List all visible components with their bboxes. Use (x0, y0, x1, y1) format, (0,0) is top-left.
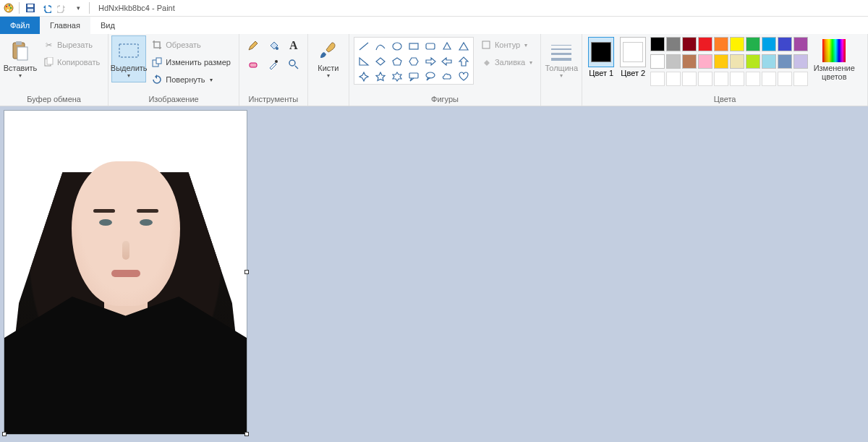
size-label: Толщина (545, 64, 578, 72)
resize-button[interactable]: Изменить размер (148, 54, 234, 70)
color-swatch[interactable] (778, 54, 792, 69)
color-swatch[interactable] (730, 37, 744, 51)
shape-callout-round[interactable] (422, 69, 438, 84)
color-swatch[interactable] (666, 54, 681, 69)
svg-point-2 (9, 4, 10, 6)
color-swatch[interactable] (714, 37, 728, 51)
color-swatch[interactable] (746, 37, 760, 51)
fill-tool[interactable] (264, 37, 283, 54)
shape-fill-button[interactable]: Заливка ▾ (477, 54, 536, 70)
color-swatch-empty[interactable] (762, 72, 776, 86)
shape-oval[interactable] (389, 39, 405, 54)
svg-point-0 (4, 4, 13, 12)
shape-polygon[interactable] (439, 39, 455, 54)
shape-callout-cloud[interactable] (439, 69, 455, 84)
color-swatch-empty[interactable] (746, 72, 760, 86)
shape-heart[interactable] (456, 69, 472, 84)
svg-point-20 (393, 43, 401, 50)
color-swatch-empty[interactable] (666, 72, 681, 86)
copy-button[interactable]: Копировать (39, 54, 103, 70)
rotate-button[interactable]: Повернуть ▾ (148, 72, 234, 88)
paste-button[interactable]: Вставить (3, 35, 38, 82)
qat-customize-icon[interactable]: ▾ (72, 1, 85, 14)
color-swatch-empty[interactable] (714, 72, 728, 86)
shape-outline-button[interactable]: Контур ▾ (477, 37, 536, 53)
color-swatch[interactable] (698, 54, 712, 69)
canvas[interactable] (4, 111, 247, 434)
crop-button[interactable]: Обрезать (148, 37, 234, 53)
shape-star4[interactable] (356, 69, 372, 84)
color-swatch[interactable] (762, 37, 776, 51)
color-swatch[interactable] (650, 37, 665, 51)
color-swatch[interactable] (762, 54, 776, 69)
color1-button[interactable] (588, 37, 614, 67)
color-swatch[interactable] (778, 37, 792, 51)
pencil-tool[interactable] (244, 37, 263, 54)
color-swatch-empty[interactable] (793, 72, 808, 86)
resize-handle-se[interactable] (244, 432, 249, 436)
color-swatch[interactable] (682, 54, 697, 69)
chevron-down-icon (560, 72, 563, 79)
edit-colors-button[interactable]: Изменение цветов (809, 35, 859, 85)
shape-rect[interactable] (406, 39, 422, 54)
color-swatch[interactable] (730, 54, 744, 69)
color2-button[interactable] (620, 37, 646, 67)
color-swatch[interactable] (746, 54, 760, 69)
shape-star5[interactable] (373, 69, 388, 84)
size-button[interactable]: Толщина (544, 35, 579, 82)
shape-triangle[interactable] (456, 39, 472, 54)
shape-right-triangle[interactable] (356, 54, 372, 69)
color-swatch[interactable] (650, 54, 665, 69)
shape-curve[interactable] (373, 39, 388, 54)
svg-rect-9 (16, 41, 22, 45)
select-button[interactable]: Выделить (111, 35, 146, 82)
shape-arrow-up[interactable] (456, 54, 472, 69)
color-swatch-empty[interactable] (650, 72, 665, 86)
color-swatch-empty[interactable] (682, 72, 697, 86)
magnifier-tool[interactable] (284, 56, 303, 73)
shape-round-rect[interactable] (422, 39, 438, 54)
resize-handle-e[interactable] (244, 270, 249, 274)
svg-rect-10 (17, 47, 27, 60)
color-swatch-empty[interactable] (778, 72, 792, 86)
group-tools: A Инструменты (239, 34, 308, 106)
text-tool[interactable]: A (284, 37, 303, 54)
shape-callout-rect[interactable] (406, 69, 422, 84)
eraser-tool[interactable] (244, 56, 263, 73)
tab-view[interactable]: Вид (90, 17, 125, 34)
save-icon[interactable] (24, 1, 37, 14)
color-swatch[interactable] (666, 37, 681, 51)
redo-icon[interactable] (56, 1, 69, 14)
color-swatch[interactable] (682, 37, 697, 51)
color-swatch-empty[interactable] (698, 72, 712, 86)
color-swatch[interactable] (698, 37, 712, 51)
color-swatch[interactable] (793, 54, 808, 69)
shape-arrow-left[interactable] (439, 54, 455, 69)
shape-star6[interactable] (389, 69, 405, 84)
group-image: Выделить Обрезать Изменить размер (109, 34, 239, 106)
shape-arrow-right[interactable] (422, 54, 438, 69)
window-title: HdNxHkb8bc4 - Paint (98, 4, 175, 12)
color-swatch-empty[interactable] (730, 72, 744, 86)
shapes-gallery[interactable] (354, 37, 474, 85)
brushes-button[interactable]: Кисти (311, 35, 346, 82)
tab-home[interactable]: Главная (40, 17, 90, 34)
shape-diamond[interactable] (373, 54, 388, 69)
size-icon (550, 39, 573, 62)
svg-rect-15 (156, 58, 161, 64)
crop-label: Обрезать (166, 41, 201, 49)
color-swatch[interactable] (793, 37, 808, 51)
shape-line[interactable] (356, 39, 372, 54)
brush-icon (317, 39, 340, 62)
shape-hexagon[interactable] (406, 54, 422, 69)
resize-handle-sw[interactable] (2, 432, 7, 436)
shape-pentagon[interactable] (389, 54, 405, 69)
chevron-down-icon (19, 72, 22, 79)
shape-outline-label: Контур (495, 41, 520, 49)
tab-file[interactable]: Файл (0, 17, 40, 34)
undo-icon[interactable] (40, 1, 53, 14)
color-swatch[interactable] (714, 54, 728, 69)
cut-button[interactable]: ✂ Вырезать (39, 37, 103, 53)
canvas-area[interactable] (0, 106, 868, 442)
color-picker-tool[interactable] (264, 56, 283, 73)
